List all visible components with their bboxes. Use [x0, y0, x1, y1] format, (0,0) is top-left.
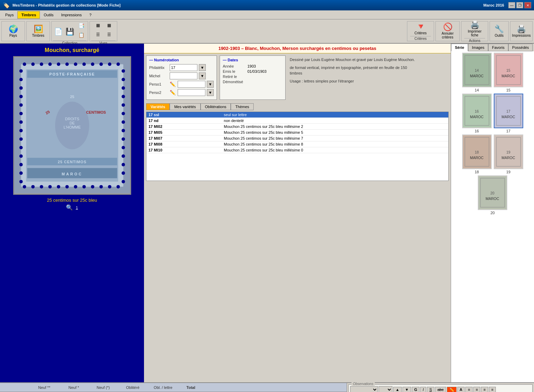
minimize-button[interactable]: —	[508, 2, 515, 8]
obs-strikethrough-btn[interactable]: abc	[435, 387, 446, 392]
col-total: Total	[179, 385, 203, 390]
collection-next-btn[interactable]: 📋	[76, 32, 86, 41]
philatelix-dropdown[interactable]: ▼	[199, 64, 206, 71]
menu-pays[interactable]: Pays	[1, 11, 17, 19]
perso1-input[interactable]	[178, 81, 205, 88]
obs-font-color-btn[interactable]: A	[457, 387, 465, 392]
varietes-row[interactable]: 17 sslseul sur lettre	[146, 112, 448, 118]
stamp-thumbnail[interactable]: 14 MAROC 14	[462, 53, 492, 92]
varietes-row[interactable]: 17 MI02Mouchon 25 centimos sur 25c bleu …	[146, 124, 448, 130]
zoom-icon[interactable]: 🔍	[66, 204, 73, 211]
svg-point-44	[121, 103, 125, 107]
perso1-edit-icon[interactable]: ✏️	[170, 81, 176, 87]
perso2-label: Perso2	[149, 90, 168, 95]
svg-point-17	[48, 185, 52, 189]
tab-images[interactable]: Images	[468, 44, 488, 51]
tab-varietes[interactable]: Variétés	[146, 103, 170, 110]
svg-point-31	[19, 112, 23, 115]
michel-input[interactable]	[170, 72, 197, 79]
perso2-dropdown[interactable]: ▼	[207, 89, 214, 96]
tab-obliterations[interactable]: Oblitérations	[201, 103, 231, 110]
menu-outils[interactable]: Outils	[40, 11, 57, 19]
stamp-thumb-number: 17	[506, 129, 510, 133]
varietes-code: 17 MI02	[146, 124, 222, 130]
obs-down-btn[interactable]: ▼	[402, 387, 411, 392]
varietes-tabs: Variétés Mes variétés Oblitérations Thèm…	[146, 103, 449, 110]
philatelix-input[interactable]	[170, 64, 197, 71]
stamp-header: 1902-1903 – Blanc, Mouchon, Merson surch…	[144, 44, 451, 53]
obs-align-center-btn[interactable]: ≡	[473, 387, 480, 392]
tab-mes-varietes[interactable]: Mes variétés	[170, 103, 200, 110]
vues-btn3[interactable]: ▦	[104, 22, 114, 31]
vues-btn4[interactable]: ☰	[104, 32, 114, 41]
collection-new-btn[interactable]: 📄	[53, 26, 64, 37]
actions-label: Actions	[464, 38, 485, 43]
varietes-code: 17 MI08	[146, 141, 222, 147]
perso1-dropdown[interactable]: ▼	[207, 81, 214, 88]
annuler-criteres-btn[interactable]: 🚫 Annulercritères	[435, 21, 460, 41]
varietes-row[interactable]: 17 MI10Mouchon 25 centimos sur 25c bleu …	[146, 147, 448, 153]
stamp-thumb-image: 20 MAROC	[478, 175, 507, 210]
outils-toolbar-btn[interactable]: 🔧 Outils	[490, 21, 509, 41]
tab-serie[interactable]: Série	[451, 44, 468, 51]
restore-button[interactable]: ❐	[516, 2, 523, 8]
menu-timbres[interactable]: Timbres	[17, 11, 40, 19]
stamp-title: Mouchon, surchargé	[45, 47, 99, 53]
tab-possedes[interactable]: Possédés	[508, 44, 533, 51]
criteres-btn[interactable]: 🔻 Critères	[410, 22, 431, 36]
impressions-toolbar-btn[interactable]: 🖨️ Impressions	[510, 21, 533, 41]
michel-dropdown[interactable]: ▼	[199, 72, 206, 79]
stamp-image[interactable]: POSTE·FRANÇAISE 25 DROITS DE L'HOMME 25 …	[13, 56, 131, 195]
timbres-toolbar-btn[interactable]: 🖼️ Timbres	[29, 24, 47, 38]
obs-align-right-btn[interactable]: ≡	[481, 387, 488, 392]
right-panel: Série Images Favoris Possédés 14 MAROC 1…	[451, 44, 534, 382]
stamp-thumbnail[interactable]: 17 MAROC 17	[494, 94, 523, 133]
collection-save-btn[interactable]: 💾	[65, 26, 75, 37]
tab-favoris[interactable]: Favoris	[488, 44, 508, 51]
stamps-row: 18 MAROC 18 19 MAROC 19	[452, 134, 533, 174]
col-neuf1: Neuf *	[59, 385, 88, 390]
obs-italic-btn[interactable]: I	[420, 387, 426, 392]
svg-text:18: 18	[475, 150, 479, 154]
retire-label: Retiré le	[223, 75, 245, 79]
svg-point-6	[57, 62, 60, 66]
svg-point-27	[19, 78, 23, 81]
svg-text:MAROC: MAROC	[470, 156, 483, 160]
obs-underline-btn[interactable]: S	[427, 387, 434, 392]
obs-justify-btn[interactable]: ≡	[489, 387, 496, 392]
perso2-row: Perso2 ✏️ ▼	[149, 89, 214, 96]
obs-align-left-btn[interactable]: ≡	[465, 387, 472, 392]
obs-color-btn[interactable]: ✏️	[447, 387, 457, 392]
perso2-edit-icon[interactable]: ✏️	[170, 90, 176, 95]
stamp-thumbnail[interactable]: 19 MAROC 19	[494, 134, 523, 174]
varietes-row[interactable]: 17 MI08Mouchon 25 centimos sur 25c bleu …	[146, 141, 448, 147]
stamp-thumb-number: 19	[506, 170, 510, 174]
obs-bold-btn[interactable]: G	[412, 387, 420, 392]
vues-btn2[interactable]: ☰	[93, 32, 103, 41]
perso2-input[interactable]	[178, 89, 205, 96]
svg-point-30	[19, 103, 23, 107]
svg-text:DROITS: DROITS	[65, 117, 79, 121]
imprimer-fiche-btn[interactable]: 🖨️ Imprimerfiche	[464, 20, 485, 38]
varietes-row[interactable]: 17 MI05Mouchon 25 centimos sur 25c bleu …	[146, 130, 448, 136]
varietes-table-container[interactable]: 17 sslseul sur lettre17 ndnon dentelé17 …	[146, 112, 449, 181]
obs-up-btn[interactable]: ▲	[393, 387, 402, 392]
obs-font-select[interactable]	[350, 386, 378, 392]
varietes-row[interactable]: 17 MI07Mouchon 25 centimos sur 25c bleu …	[146, 136, 448, 141]
tab-themes[interactable]: Thèmes	[231, 103, 254, 110]
obs-size-select[interactable]	[379, 386, 392, 392]
stamp-thumbnail[interactable]: 16 MAROC 16	[462, 94, 492, 133]
svg-point-37	[19, 163, 23, 166]
varietes-row[interactable]: 17 ndnon dentelé	[146, 118, 448, 124]
svg-text:25 CENTIMOS: 25 CENTIMOS	[58, 160, 86, 164]
pays-toolbar-btn[interactable]: 🌍 Pays	[5, 24, 22, 38]
vues-btn1[interactable]: ▦	[93, 22, 103, 31]
stamp-thumbnail[interactable]: 20 MAROC 20	[478, 175, 507, 215]
collection-prev-btn[interactable]: 📑	[76, 22, 86, 31]
stamp-thumbnail[interactable]: 15 MAROC 15	[494, 53, 523, 92]
close-button[interactable]: ✕	[524, 2, 531, 8]
menu-help[interactable]: ?	[85, 11, 95, 19]
numerotation-title: — Numérotation	[149, 58, 214, 62]
stamp-thumbnail[interactable]: 18 MAROC 18	[462, 134, 492, 174]
menu-impressions[interactable]: Impressions	[57, 11, 85, 19]
